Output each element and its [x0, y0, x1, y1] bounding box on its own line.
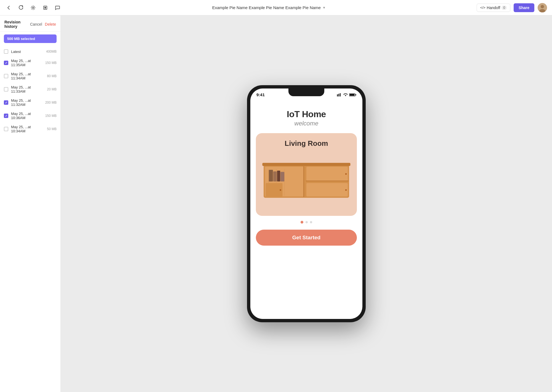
revision-item[interactable]: May 25, ...at 10:34AM50 MB [0, 122, 60, 136]
selection-badge: 500 MB selected [4, 34, 57, 43]
revision-item[interactable]: May 25, ...at 10:36AM150 MB [0, 109, 60, 122]
revision-name: May 25, ...at 11:33AM [11, 85, 44, 93]
revision-checkbox[interactable] [4, 61, 8, 65]
main-content: Revision history Cancel Delete 500 MB se… [0, 15, 552, 392]
sidebar: Revision history Cancel Delete 500 MB se… [0, 15, 61, 392]
svg-point-4 [541, 5, 544, 8]
dot-3 [310, 221, 312, 223]
sidebar-header: Revision history Cancel Delete [0, 15, 60, 32]
revision-item[interactable]: May 25, ...at 11:35AM150 MB [0, 56, 60, 69]
revision-name: May 25, ...at 11:34AM [11, 72, 44, 80]
revision-checkbox[interactable] [4, 87, 8, 92]
svg-point-25 [345, 173, 347, 175]
revision-info: May 25, ...at 11:34AM [11, 72, 44, 80]
cancel-button[interactable]: Cancel [30, 22, 42, 26]
handoff-label: Handoff [487, 6, 500, 10]
app-subtitle: welcome [294, 120, 319, 127]
revision-info: Latest [11, 50, 43, 54]
document-title[interactable]: Example Pie Name Example Pie Name Exampl… [212, 5, 326, 10]
dot-1 [301, 221, 303, 224]
layers-icon[interactable] [41, 4, 49, 12]
code-icon: </> [480, 6, 485, 10]
delete-button[interactable]: Delete [45, 22, 56, 26]
title-text: Example Pie Name Example Pie Name Exampl… [212, 5, 321, 10]
svg-rect-30 [280, 172, 284, 182]
refresh-icon[interactable] [17, 4, 25, 12]
revision-item[interactable]: May 25, ...at 11:33AM20 MB [0, 83, 60, 96]
revision-checkbox[interactable] [4, 74, 8, 78]
svg-rect-11 [350, 94, 355, 96]
svg-rect-2 [44, 7, 46, 9]
revision-name: May 25, ...at 10:36AM [11, 112, 43, 120]
settings-icon[interactable] [29, 4, 37, 12]
svg-rect-8 [340, 93, 341, 96]
revision-size: 400MB [46, 50, 57, 53]
revision-size: 20 MB [47, 87, 57, 91]
phone-inner: 9:41 IoT Home welcome Living Room [250, 88, 362, 319]
svg-rect-6 [337, 94, 338, 96]
revision-info: May 25, ...at 11:35AM [11, 59, 43, 67]
revision-item[interactable]: Latest400MB [0, 47, 60, 56]
revision-name: May 25, ...at 10:34AM [11, 125, 44, 133]
svg-point-26 [345, 189, 347, 191]
room-card: Living Room [256, 133, 357, 216]
phone-mockup: 9:41 IoT Home welcome Living Room [247, 85, 366, 322]
title-caret: ▼ [322, 6, 326, 10]
revision-item[interactable]: May 25, ...at 11:32AM200 MB [0, 96, 60, 109]
carousel-dots [301, 221, 312, 224]
revision-info: May 25, ...at 11:33AM [11, 85, 44, 93]
handoff-count: 0 [501, 6, 507, 10]
status-icons [337, 93, 356, 96]
revision-info: May 25, ...at 11:32AM [11, 98, 43, 107]
svg-point-24 [280, 189, 281, 191]
handoff-button[interactable]: </> Handoff 0 [477, 4, 510, 12]
revision-checkbox[interactable] [4, 100, 8, 105]
nav-left [5, 4, 61, 12]
status-time: 9:41 [256, 92, 265, 97]
revision-name: May 25, ...at 11:32AM [11, 98, 43, 107]
revision-size: 150 MB [45, 61, 57, 65]
revision-size: 50 MB [47, 127, 57, 131]
revision-info: May 25, ...at 10:34AM [11, 125, 44, 133]
room-label: Living Room [256, 139, 357, 148]
revision-list: Latest400MBMay 25, ...at 11:35AM150 MBMa… [0, 46, 60, 392]
revision-item[interactable]: May 25, ...at 11:34AM80 MB [0, 69, 60, 83]
svg-point-0 [33, 7, 34, 8]
top-nav: Example Pie Name Example Pie Name Exampl… [0, 0, 552, 15]
dot-2 [306, 221, 308, 223]
svg-rect-16 [306, 167, 348, 181]
svg-rect-7 [338, 94, 339, 96]
revision-checkbox[interactable] [4, 114, 8, 118]
revision-size: 80 MB [47, 74, 57, 78]
revision-info: May 25, ...at 10:36AM [11, 112, 43, 120]
canvas: 9:41 IoT Home welcome Living Room [61, 15, 552, 392]
svg-rect-10 [355, 94, 356, 95]
revision-checkbox[interactable] [4, 127, 8, 131]
get-started-button[interactable]: Get Started [256, 230, 357, 246]
revision-checkbox[interactable] [4, 49, 8, 54]
share-button[interactable]: Share [514, 3, 534, 12]
nav-right: </> Handoff 0 Share [477, 3, 547, 12]
back-icon[interactable] [5, 4, 13, 12]
revision-name: May 25, ...at 11:35AM [11, 59, 43, 67]
sidebar-title: Revision history [4, 20, 27, 29]
revision-name: Latest [11, 50, 43, 54]
revision-size: 150 MB [45, 114, 57, 118]
svg-rect-29 [277, 171, 280, 181]
comment-icon[interactable] [54, 4, 61, 12]
app-title: IoT Home [287, 109, 326, 119]
revision-size: 200 MB [45, 101, 57, 104]
svg-rect-17 [306, 183, 348, 197]
phone-notch [288, 88, 324, 96]
svg-rect-14 [262, 163, 350, 166]
app-content: IoT Home welcome Living Room [250, 98, 362, 319]
avatar [538, 3, 547, 12]
